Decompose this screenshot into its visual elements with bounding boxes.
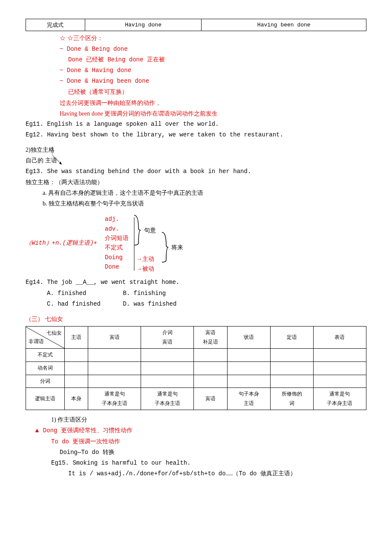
dist-title: ☆ ☆三个区分： xyxy=(60,33,366,43)
table-header: 介词宾语 xyxy=(141,327,194,349)
table-header: 定语 xyxy=(270,327,313,349)
svg-marker-2 xyxy=(59,162,62,165)
eg14a: A. finished xyxy=(47,288,119,299)
zhuyu-title: 1) 作主语区分 xyxy=(51,414,366,425)
arrow-icon xyxy=(49,147,66,168)
header-c1: 完成式 xyxy=(26,19,85,31)
table-cell: 宾语 xyxy=(194,388,227,410)
sec2-b: b. 独立主格结构在整个句子中充当状语 xyxy=(43,198,366,209)
struct-r1a: 句意 xyxy=(144,225,156,236)
struct-arrow2: →被动 xyxy=(136,263,154,274)
triangle-icon: ▲ xyxy=(34,427,40,434)
table-cell xyxy=(65,375,88,388)
table-cell xyxy=(88,361,141,375)
header-c3: Having been done xyxy=(202,19,366,31)
dist1a: ~ Done & Being done xyxy=(60,44,366,55)
diag-cell: 七仙女 非谓语 xyxy=(26,327,64,348)
table-cell: 所修饰的词 xyxy=(270,388,313,410)
table-header: 表语 xyxy=(313,327,366,349)
table-cell xyxy=(227,349,270,362)
table-cell xyxy=(65,349,88,362)
header-c2: Having done xyxy=(85,19,202,31)
table-cell xyxy=(141,349,194,362)
eg15: Eg15. Smoking is harmful to our health. xyxy=(51,458,366,468)
dist-note2: Having been done 更强调分词的动作在谓语动词动作之前发生 xyxy=(60,108,366,119)
dist3a: ~ Done & Having been done xyxy=(60,76,366,87)
eg11: Eg11. English is a language spoken all o… xyxy=(26,119,366,130)
table-cell xyxy=(270,349,313,362)
struct-r1b: 将来 xyxy=(171,242,183,253)
zhuyu-l3: Doing—To do 转换 xyxy=(60,447,366,458)
table-cell xyxy=(227,375,270,388)
sec3-title: （三） 七仙女 xyxy=(26,314,366,324)
dist2: ~ Done & Having done xyxy=(60,65,366,76)
table-header: 宾语补足语 xyxy=(194,327,227,349)
eg14c: C. had finished xyxy=(47,299,119,309)
struct-arrow1: →主动 xyxy=(136,254,154,264)
eg12: Eg12. Having best shown to the library, … xyxy=(26,130,366,140)
table-row-label: 不定式 xyxy=(26,349,65,362)
table-cell xyxy=(194,361,227,375)
table-cell: 句子本身主语 xyxy=(227,388,270,410)
table-cell xyxy=(65,361,88,375)
sec2-a: a. 具有自己本身的逻辑主语，这个主语不是句子中真正的主语 xyxy=(43,188,366,198)
eg14d: D. was finished xyxy=(123,301,176,307)
eg14b: B. finishing xyxy=(123,290,166,297)
struct-item: Done xyxy=(105,262,129,272)
eg14: Eg14. The job __A__, we went straight ho… xyxy=(26,277,366,288)
struct-item: 不定式 xyxy=(105,243,129,252)
qixian-table: 七仙女 非谓语 主语宾语介词宾语宾语补足语状语定语表语 不定式动名词分词逻辑主语… xyxy=(26,326,366,410)
zhuyu-l2: To do 更强调一次性动作 xyxy=(51,436,366,447)
diag-top: 七仙女 xyxy=(46,329,62,338)
table-cell xyxy=(141,375,194,388)
table-cell xyxy=(194,349,227,362)
table-cell xyxy=(194,375,227,388)
table-header: 状语 xyxy=(227,327,270,349)
header-table: 完成式 Having done Having been done xyxy=(26,19,366,31)
zhuyu-l1: Dong 更强调经常性、习惯性动作 xyxy=(43,427,133,434)
eg13: Eg13. She was standing behind the door w… xyxy=(26,166,366,177)
structure-block: （With）+n.(逻辑主语)+ adj.adv.介词短语不定式DoingDon… xyxy=(26,213,366,273)
table-cell: 通常是句子本身主语 xyxy=(88,388,141,410)
table-header: 主语 xyxy=(65,327,88,349)
struct-item: adv. xyxy=(105,224,129,234)
dist1b: Done 已经被 Being done 正在被 xyxy=(68,55,366,65)
table-cell: 通常是句子本身主语 xyxy=(141,388,194,410)
table-cell xyxy=(313,349,366,362)
table-cell xyxy=(270,361,313,375)
table-row-label: 动名词 xyxy=(26,361,65,375)
table-cell xyxy=(88,349,141,362)
table-header: 宾语 xyxy=(88,327,141,349)
dist-note1: 过去分词更强调一种由始至终的动作， xyxy=(60,98,366,108)
diag-bot: 非谓语 xyxy=(29,337,44,347)
table-row-label: 逻辑主语 xyxy=(26,388,65,410)
eg15b: It is / was+adj./n./done+for/of+sb/sth+t… xyxy=(68,468,366,479)
sec2-def: 独立主格：（两大语法功能） xyxy=(26,177,366,188)
table-cell xyxy=(227,361,270,375)
table-cell xyxy=(270,375,313,388)
table-cell: 通常是句子本身主语 xyxy=(313,388,366,410)
table-cell xyxy=(88,375,141,388)
struct-item: Doing xyxy=(105,253,129,262)
struct-item: 介词短语 xyxy=(105,234,129,243)
table-cell: 本身 xyxy=(65,388,88,410)
table-cell xyxy=(313,361,366,375)
table-cell xyxy=(141,361,194,375)
table-row-label: 分词 xyxy=(26,375,65,388)
dist3b: 已经被（通常可互换） xyxy=(68,87,366,97)
struct-left: （With）+n.(逻辑主语)+ xyxy=(26,238,97,249)
sec2-title: 2)独立主格 xyxy=(26,145,366,155)
struct-item: adj. xyxy=(105,214,129,224)
sec2-sub: 自己的 主语 xyxy=(26,155,366,166)
struct-items: adj.adv.介词短语不定式DoingDone xyxy=(105,214,129,272)
table-cell xyxy=(313,375,366,388)
